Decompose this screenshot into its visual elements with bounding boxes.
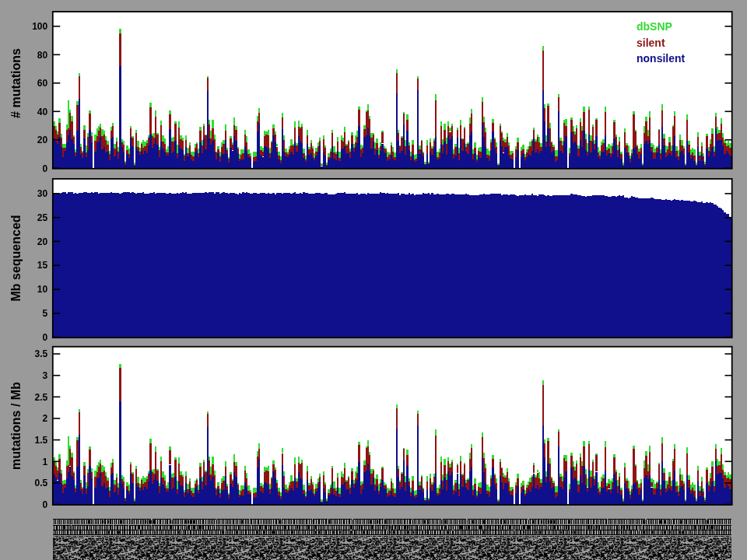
svg-text:3.5: 3.5 [35,348,48,359]
svg-text:silent: silent [637,37,665,49]
svg-text:1: 1 [43,457,48,467]
svg-text:Mb sequenced: Mb sequenced [9,215,23,301]
svg-text:nonsilent: nonsilent [637,52,686,65]
svg-text:2: 2 [43,413,48,424]
svg-text:60: 60 [37,78,48,89]
svg-text:0.5: 0.5 [35,478,48,488]
svg-text:3: 3 [43,370,48,381]
svg-text:0: 0 [43,163,48,174]
svg-text:20: 20 [37,135,48,145]
svg-text:40: 40 [37,107,48,117]
svg-text:5: 5 [43,308,48,319]
svg-text:1.5: 1.5 [35,435,48,446]
svg-text:10: 10 [37,284,48,295]
svg-text:25: 25 [37,212,48,223]
svg-text:15: 15 [37,260,48,271]
svg-text:0: 0 [43,332,48,343]
svg-text:30: 30 [37,188,48,199]
svg-text:100: 100 [32,21,47,32]
svg-text:# mutations: # mutations [9,48,23,118]
svg-text:20: 20 [37,236,48,247]
svg-text:mutations / Mb: mutations / Mb [9,382,23,470]
svg-text:80: 80 [37,50,48,61]
svg-text:2.5: 2.5 [35,392,48,403]
svg-text:0: 0 [43,499,48,510]
svg-text:dbSNP: dbSNP [637,20,672,33]
